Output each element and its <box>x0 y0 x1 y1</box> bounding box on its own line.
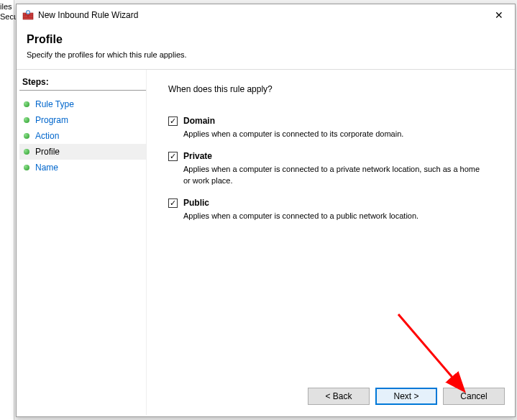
checkbox-private-desc: Applies when a computer is connected to … <box>183 164 485 186</box>
checkbox-domain-label[interactable]: Domain <box>183 116 215 126</box>
checkbox-domain-group: ✓ Domain Applies when a computer is conn… <box>168 116 500 140</box>
bullet-icon <box>24 117 29 123</box>
page-title: Profile <box>27 33 505 46</box>
checkbox-public-row: ✓ Public <box>168 198 500 208</box>
checkbox-public-desc: Applies when a computer is connected to … <box>183 211 485 222</box>
steps-sidebar: Steps: Rule Type Program Action Profile … <box>17 70 146 415</box>
checkbox-domain-row: ✓ Domain <box>168 116 500 126</box>
arrow-annotation-icon <box>391 307 477 401</box>
checkbox-private-row: ✓ Private <box>168 151 500 161</box>
body-section: Steps: Rule Type Program Action Profile … <box>17 70 515 415</box>
close-icon: ✕ <box>495 9 503 21</box>
bullet-icon <box>24 133 29 139</box>
step-label: Profile <box>35 147 60 157</box>
main-content: When does this rule apply? ✓ Domain Appl… <box>146 70 515 415</box>
next-button[interactable]: Next > <box>375 388 437 405</box>
header-section: Profile Specify the profiles for which t… <box>17 26 515 70</box>
checkbox-public-label[interactable]: Public <box>183 198 209 208</box>
cancel-button[interactable]: Cancel <box>443 388 505 405</box>
back-button[interactable]: < Back <box>308 388 370 405</box>
bullet-icon <box>24 101 29 107</box>
checkbox-public-group: ✓ Public Applies when a computer is conn… <box>168 198 500 222</box>
step-label: Program <box>35 115 68 125</box>
step-name[interactable]: Name <box>19 160 146 175</box>
wizard-window: New Inbound Rule Wizard ✕ Profile Specif… <box>16 4 516 417</box>
checkbox-public[interactable]: ✓ <box>168 198 178 208</box>
close-button[interactable]: ✕ <box>482 4 515 26</box>
content-question: When does this rule apply? <box>168 84 500 94</box>
step-rule-type[interactable]: Rule Type <box>19 96 146 112</box>
window-title: New Inbound Rule Wizard <box>38 10 138 20</box>
step-profile[interactable]: Profile <box>19 144 146 160</box>
checkbox-private-label[interactable]: Private <box>183 151 212 161</box>
checkbox-private-group: ✓ Private Applies when a computer is con… <box>168 151 500 186</box>
checkbox-domain[interactable]: ✓ <box>168 117 178 126</box>
step-label: Rule Type <box>35 99 74 109</box>
title-bar[interactable]: New Inbound Rule Wizard ✕ <box>17 4 515 26</box>
svg-line-8 <box>398 314 463 390</box>
checkbox-domain-desc: Applies when a computer is connected to … <box>183 129 485 140</box>
background-panel: iles Secu <box>0 0 14 420</box>
steps-heading: Steps: <box>19 77 146 91</box>
button-bar: < Back Next > Cancel <box>308 388 505 405</box>
step-label: Name <box>35 163 58 173</box>
bg-text-1: iles <box>0 1 14 12</box>
firewall-icon <box>22 9 34 21</box>
bg-text-2: Secu <box>0 12 14 22</box>
page-subtitle: Specify the profiles for which this rule… <box>27 50 505 59</box>
step-label: Action <box>35 131 59 141</box>
bullet-icon <box>24 165 29 170</box>
checkbox-private[interactable]: ✓ <box>168 152 178 161</box>
step-action[interactable]: Action <box>19 128 146 144</box>
step-program[interactable]: Program <box>19 112 146 128</box>
bullet-icon <box>24 149 29 155</box>
